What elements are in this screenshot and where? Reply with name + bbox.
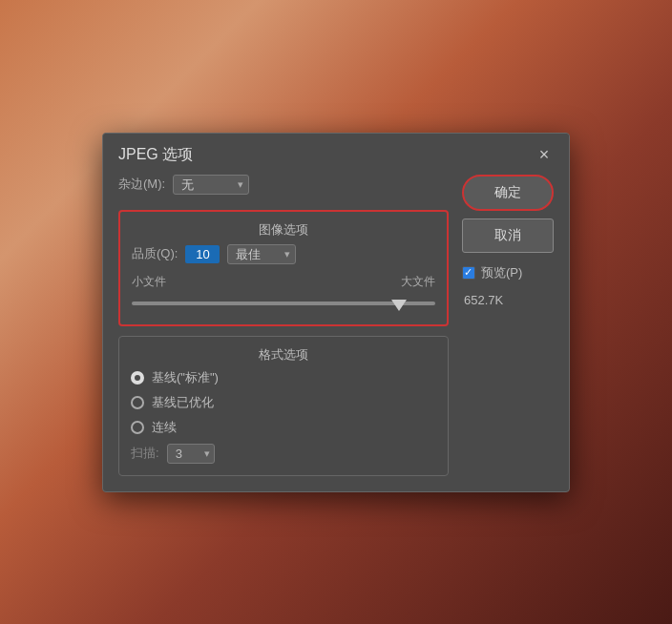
dialog-title: JPEG 选项 (118, 145, 193, 165)
radio-row-progressive: 连续 (131, 419, 436, 436)
jpeg-options-dialog: JPEG 选项 × 杂边(M): 无 图像选项 品质(Q): (102, 133, 570, 492)
matte-select-wrapper: 无 (173, 175, 249, 195)
radio-label-progressive: 连续 (152, 419, 177, 436)
close-button[interactable]: × (535, 145, 554, 164)
radio-row-baseline-optimized: 基线已优化 (131, 394, 436, 411)
matte-row: 杂边(M): 无 (118, 175, 449, 195)
slider-track (132, 294, 435, 313)
slider-labels: 小文件 大文件 (132, 274, 435, 290)
ok-button[interactable]: 确定 (462, 175, 554, 211)
slider-row: 小文件 大文件 (132, 274, 435, 313)
quality-select[interactable]: 最佳 高 中 低 (227, 244, 296, 264)
scan-select-wrapper: 3 4 5 (167, 444, 215, 464)
image-options-section: 图像选项 品质(Q): 最佳 高 中 低 小文 (118, 210, 449, 326)
preview-row: 预览(P) (462, 264, 554, 281)
quality-label: 品质(Q): (132, 245, 178, 262)
slider-min-label: 小文件 (132, 274, 166, 290)
radio-baseline-standard[interactable] (131, 371, 144, 385)
radio-progressive[interactable] (131, 421, 144, 434)
dialog-body: 杂边(M): 无 图像选项 品质(Q): 最佳 高 (103, 175, 569, 491)
slider-max-label: 大文件 (401, 274, 435, 290)
matte-label: 杂边(M): (118, 176, 165, 193)
preview-checkbox[interactable] (462, 266, 475, 280)
scan-label: 扫描: (131, 445, 159, 462)
format-options-title: 格式选项 (131, 346, 436, 364)
format-options-section: 格式选项 基线("标准") 基线已优化 连续 扫描: (118, 336, 449, 476)
radio-row-baseline-standard: 基线("标准") (131, 369, 436, 386)
matte-select[interactable]: 无 (173, 175, 249, 195)
quality-select-wrapper: 最佳 高 中 低 (227, 244, 296, 264)
quality-input[interactable] (185, 245, 220, 263)
left-panel: 杂边(M): 无 图像选项 品质(Q): 最佳 高 (118, 175, 449, 476)
preview-label: 预览(P) (481, 264, 522, 281)
title-bar: JPEG 选项 × (103, 134, 569, 175)
scan-select[interactable]: 3 4 5 (167, 444, 215, 464)
cancel-button[interactable]: 取消 (462, 218, 554, 253)
quality-slider[interactable] (132, 302, 435, 305)
scan-row: 扫描: 3 4 5 (131, 444, 436, 464)
image-options-title: 图像选项 (132, 221, 435, 239)
radio-baseline-optimized[interactable] (131, 396, 144, 409)
quality-row: 品质(Q): 最佳 高 中 低 (132, 244, 435, 264)
radio-label-baseline-standard: 基线("标准") (152, 369, 219, 386)
file-size: 652.7K (462, 293, 554, 307)
right-panel: 确定 取消 预览(P) 652.7K (449, 175, 554, 476)
radio-label-baseline-optimized: 基线已优化 (152, 394, 214, 411)
